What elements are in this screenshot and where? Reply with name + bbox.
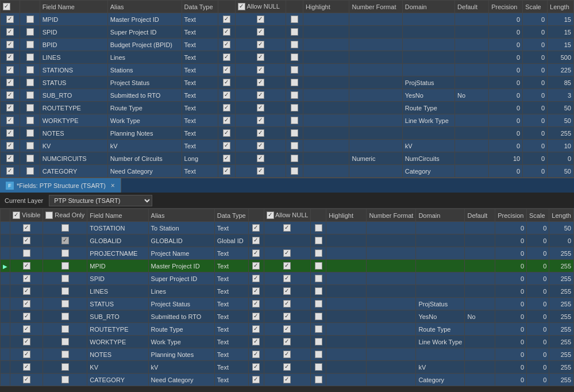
vis-cell[interactable]: [1, 26, 20, 39]
ro-checkbox[interactable]: [26, 66, 34, 74]
highlight-checkbox[interactable]: [291, 79, 298, 86]
ro-cell[interactable]: [43, 235, 87, 247]
vis-cell[interactable]: [10, 336, 43, 348]
ro-checkbox[interactable]: [61, 249, 69, 257]
highlight-checkbox[interactable]: [315, 262, 322, 270]
vis-checkbox[interactable]: [23, 224, 30, 232]
highlight-checkbox[interactable]: [315, 351, 322, 358]
ro-checkbox[interactable]: [61, 224, 69, 232]
highlight-checkbox[interactable]: [315, 363, 322, 371]
vis-cell[interactable]: [1, 165, 20, 178]
ro-checkbox[interactable]: [61, 313, 69, 320]
ro-checkbox[interactable]: [26, 129, 34, 137]
ro-cell[interactable]: [43, 298, 87, 310]
highlight-checkbox[interactable]: [315, 287, 322, 295]
ro-cell[interactable]: [20, 127, 40, 140]
allownull-checkbox[interactable]: [257, 129, 264, 137]
bottom-header-vis-check[interactable]: [13, 212, 20, 219]
ro-cell[interactable]: [43, 310, 87, 323]
ro-checkbox[interactable]: [61, 325, 69, 333]
check1[interactable]: [223, 142, 230, 149]
vis-checkbox[interactable]: [23, 325, 30, 333]
vis-checkbox[interactable]: [6, 117, 14, 124]
highlight-checkbox[interactable]: [291, 167, 298, 175]
vis-checkbox[interactable]: [6, 155, 14, 162]
check1[interactable]: [223, 117, 230, 124]
highlight-checkbox[interactable]: [315, 338, 322, 345]
check1[interactable]: [223, 91, 230, 99]
highlight-checkbox[interactable]: [315, 313, 322, 320]
allownull-checkbox[interactable]: [257, 104, 264, 112]
vis-cell[interactable]: [1, 51, 20, 64]
vis-checkbox[interactable]: [6, 167, 14, 175]
vis-cell[interactable]: [10, 361, 43, 374]
highlight-checkbox[interactable]: [315, 376, 322, 383]
vis-checkbox[interactable]: [23, 275, 30, 282]
vis-checkbox[interactable]: [23, 338, 30, 345]
allownull-checkbox[interactable]: [283, 363, 291, 371]
check1[interactable]: [223, 16, 230, 23]
check1[interactable]: [223, 53, 230, 61]
ro-checkbox[interactable]: [26, 142, 34, 149]
check1[interactable]: [223, 41, 230, 48]
ro-checkbox[interactable]: [26, 16, 34, 23]
ro-cell[interactable]: [20, 51, 40, 64]
allownull-checkbox[interactable]: [283, 287, 291, 295]
ro-checkbox[interactable]: [26, 104, 34, 112]
vis-checkbox[interactable]: [6, 16, 14, 23]
bottom-header-null-check[interactable]: [267, 212, 274, 219]
vis-cell[interactable]: [10, 260, 43, 272]
allownull-checkbox[interactable]: [283, 351, 291, 358]
ro-checkbox[interactable]: [26, 167, 34, 175]
ro-cell[interactable]: [43, 260, 87, 272]
check1[interactable]: [252, 376, 260, 383]
ro-cell[interactable]: [20, 76, 40, 89]
vis-cell[interactable]: [1, 114, 20, 127]
vis-checkbox[interactable]: [6, 53, 14, 61]
vis-checkbox[interactable]: [6, 142, 14, 149]
check1[interactable]: [252, 262, 260, 270]
vis-cell[interactable]: [1, 39, 20, 51]
highlight-checkbox[interactable]: [291, 104, 298, 112]
ro-checkbox[interactable]: [26, 41, 34, 48]
vis-cell[interactable]: [1, 152, 20, 165]
highlight-checkbox[interactable]: [291, 41, 298, 48]
ro-checkbox[interactable]: [61, 338, 69, 345]
vis-checkbox[interactable]: [23, 262, 30, 270]
vis-checkbox[interactable]: [6, 28, 14, 36]
vis-checkbox[interactable]: [6, 66, 14, 74]
allownull-checkbox[interactable]: [283, 262, 291, 270]
vis-cell[interactable]: [10, 310, 43, 323]
vis-cell[interactable]: [1, 64, 20, 76]
vis-cell[interactable]: [10, 298, 43, 310]
vis-checkbox[interactable]: [6, 104, 14, 112]
allownull-checkbox[interactable]: [257, 28, 264, 36]
vis-cell[interactable]: [10, 285, 43, 298]
vis-cell[interactable]: [1, 127, 20, 140]
highlight-checkbox[interactable]: [315, 300, 322, 308]
allownull-checkbox[interactable]: [257, 155, 264, 162]
ro-cell[interactable]: [43, 361, 87, 374]
check1[interactable]: [223, 79, 230, 86]
ro-cell[interactable]: [43, 336, 87, 348]
vis-cell[interactable]: [1, 89, 20, 102]
allownull-checkbox[interactable]: [257, 66, 264, 74]
tab-close-button[interactable]: ×: [111, 182, 115, 190]
ro-checkbox[interactable]: [26, 91, 34, 99]
check1[interactable]: [252, 275, 260, 282]
allownull-checkbox[interactable]: [283, 313, 291, 320]
highlight-checkbox[interactable]: [291, 91, 298, 99]
ro-cell[interactable]: [20, 165, 40, 178]
vis-checkbox[interactable]: [6, 129, 14, 137]
vis-cell[interactable]: [10, 235, 43, 247]
highlight-checkbox[interactable]: [291, 129, 298, 137]
check1[interactable]: [252, 363, 260, 371]
vis-checkbox[interactable]: [23, 237, 30, 244]
ro-checkbox[interactable]: [61, 275, 69, 282]
check1[interactable]: [252, 351, 260, 358]
vis-checkbox[interactable]: [23, 313, 30, 320]
vis-cell[interactable]: [10, 222, 43, 235]
ro-cell[interactable]: [20, 89, 40, 102]
allownull-checkbox[interactable]: [257, 142, 264, 149]
top-header-null-check[interactable]: [238, 3, 245, 10]
